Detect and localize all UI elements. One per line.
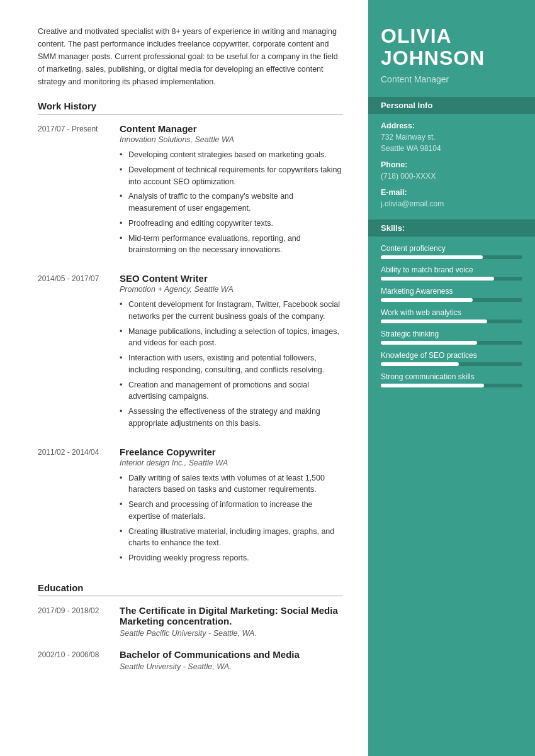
list-item: Assessing the effectiveness of the strat… bbox=[120, 406, 343, 430]
edu-dates: 2002/10 - 2006/08 bbox=[38, 649, 120, 671]
address-line1: 732 Mainway st. bbox=[381, 131, 522, 143]
work-bullets-list: Daily writing of sales texts with volume… bbox=[120, 472, 343, 564]
skill-label: Content proficiency bbox=[381, 244, 522, 253]
skill-bar-background bbox=[381, 362, 522, 366]
skill-bar-fill bbox=[381, 277, 494, 281]
skill-label: Strong communication skills bbox=[381, 372, 522, 381]
list-item: Analysis of traffic to the company's web… bbox=[120, 191, 343, 214]
skill-item: Strategic thinking bbox=[381, 330, 522, 345]
work-dates: 2011/02 - 2014/04 bbox=[38, 447, 120, 567]
edu-entries-container: 2017/09 - 2018/02The Certificate in Digi… bbox=[38, 605, 343, 671]
work-title: Content Manager bbox=[120, 123, 343, 134]
work-entry: 2011/02 - 2014/04Freelance CopywriterInt… bbox=[38, 447, 343, 567]
edu-details: The Certificate in Digital Marketing: So… bbox=[120, 605, 343, 638]
work-bullets-list: Developing content strategies based on m… bbox=[120, 149, 343, 256]
skill-bar-background bbox=[381, 320, 522, 323]
work-company: Innovation Solutions, Seattle WA bbox=[120, 135, 343, 144]
edu-school: Seattle Pacific University - Seattle, WA… bbox=[120, 629, 343, 638]
edu-dates: 2017/09 - 2018/02 bbox=[38, 605, 120, 638]
list-item: Manage publications, including a selecti… bbox=[120, 326, 343, 350]
skill-item: Ability to match brand voice bbox=[381, 265, 522, 281]
skill-bar-background bbox=[381, 255, 522, 259]
work-entry: 2017/07 - PresentContent ManagerInnovati… bbox=[38, 123, 343, 259]
work-title: SEO Content Writer bbox=[120, 273, 343, 284]
email-label: E-mail: bbox=[381, 188, 522, 197]
education-section: Education 2017/09 - 2018/02The Certifica… bbox=[38, 582, 343, 671]
work-details: Content ManagerInnovation Solutions, Sea… bbox=[120, 123, 343, 259]
skills-section: Skills: Content proficiencyAbility to ma… bbox=[368, 220, 535, 404]
candidate-title: Content Manager bbox=[381, 74, 522, 84]
resume-container: Creative and motivated specialist with 8… bbox=[0, 0, 535, 756]
skill-bar-fill bbox=[381, 255, 483, 259]
right-column: OLIVIA JOHNSON Content Manager Personal … bbox=[368, 0, 535, 756]
skill-label: Marketing Awareness bbox=[381, 287, 522, 296]
list-item: Interaction with users, existing and pot… bbox=[120, 352, 343, 376]
list-item: Creating illustrative material, includin… bbox=[120, 526, 343, 550]
left-column: Creative and motivated specialist with 8… bbox=[0, 0, 368, 756]
skill-item: Strong communication skills bbox=[381, 372, 522, 387]
skill-item: Work with web analytics bbox=[381, 308, 522, 323]
skill-bar-fill bbox=[381, 341, 477, 345]
work-details: SEO Content WriterPromotion + Agency, Se… bbox=[120, 273, 343, 433]
skill-label: Knowledge of SEO practices bbox=[381, 351, 522, 360]
edu-details: Bachelor of Communications and MediaSeat… bbox=[120, 649, 343, 671]
edu-entry: 2017/09 - 2018/02The Certificate in Digi… bbox=[38, 605, 343, 638]
personal-info-header: Personal Info bbox=[368, 97, 535, 114]
edu-degree: Bachelor of Communications and Media bbox=[120, 649, 343, 660]
skill-bar-background bbox=[381, 298, 522, 302]
work-history-title: Work History bbox=[38, 101, 343, 114]
work-details: Freelance CopywriterInterior design Inc.… bbox=[120, 447, 343, 567]
edu-degree: The Certificate in Digital Marketing: So… bbox=[120, 605, 343, 626]
edu-school: Seattle University - Seattle, WA. bbox=[120, 662, 343, 671]
phone-value: (718) 000-XXXX bbox=[381, 170, 522, 182]
list-item: Mid-term performance evaluations, report… bbox=[120, 233, 343, 257]
address-label: Address: bbox=[381, 121, 522, 130]
personal-info-section: Personal Info Address: 732 Mainway st. S… bbox=[368, 97, 535, 220]
list-item: Daily writing of sales texts with volume… bbox=[120, 472, 343, 496]
candidate-name: OLIVIA JOHNSON bbox=[381, 25, 522, 69]
address-line2: Seattle WA 98104 bbox=[381, 143, 522, 154]
list-item: Development of technical requirements fo… bbox=[120, 164, 343, 188]
edu-entry: 2002/10 - 2006/08Bachelor of Communicati… bbox=[38, 649, 343, 671]
work-title: Freelance Copywriter bbox=[120, 447, 343, 457]
skill-bar-fill bbox=[381, 362, 459, 366]
work-history-section: Work History 2017/07 - PresentContent Ma… bbox=[38, 101, 343, 567]
work-dates: 2017/07 - Present bbox=[38, 123, 120, 259]
skill-item: Marketing Awareness bbox=[381, 287, 522, 302]
skills-container: Content proficiencyAbility to match bran… bbox=[381, 244, 522, 387]
skill-bar-fill bbox=[381, 384, 484, 387]
work-entries-container: 2017/07 - PresentContent ManagerInnovati… bbox=[38, 123, 343, 567]
skill-item: Content proficiency bbox=[381, 244, 522, 259]
list-item: Developing content strategies based on m… bbox=[120, 149, 343, 161]
phone-label: Phone: bbox=[381, 160, 522, 169]
skill-bar-background bbox=[381, 341, 522, 345]
skill-label: Work with web analytics bbox=[381, 308, 522, 317]
work-company: Promotion + Agency, Seattle WA bbox=[120, 285, 343, 294]
skill-label: Strategic thinking bbox=[381, 330, 522, 338]
skills-header: Skills: bbox=[368, 220, 535, 236]
list-item: Content development for Instagram, Twitt… bbox=[120, 299, 343, 323]
skill-bar-fill bbox=[381, 298, 473, 302]
education-title: Education bbox=[38, 582, 343, 596]
summary-text: Creative and motivated specialist with 8… bbox=[38, 25, 343, 88]
work-dates: 2014/05 - 2017/07 bbox=[38, 273, 120, 433]
skill-label: Ability to match brand voice bbox=[381, 265, 522, 274]
skill-bar-fill bbox=[381, 320, 487, 323]
work-entry: 2014/05 - 2017/07SEO Content WriterPromo… bbox=[38, 273, 343, 433]
list-item: Creation and management of promotions an… bbox=[120, 379, 343, 403]
skill-bar-background bbox=[381, 277, 522, 281]
email-value: j.olivia@email.com bbox=[381, 198, 522, 209]
list-item: Search and processing of information to … bbox=[120, 499, 343, 523]
list-item: Proofreading and editing copywriter text… bbox=[120, 218, 343, 230]
work-bullets-list: Content development for Instagram, Twitt… bbox=[120, 299, 343, 430]
skill-item: Knowledge of SEO practices bbox=[381, 351, 522, 366]
right-header: OLIVIA JOHNSON Content Manager bbox=[368, 0, 535, 97]
work-company: Interior design Inc., Seattle WA bbox=[120, 459, 343, 467]
skill-bar-background bbox=[381, 384, 522, 387]
list-item: Providing weekly progress reports. bbox=[120, 552, 343, 564]
